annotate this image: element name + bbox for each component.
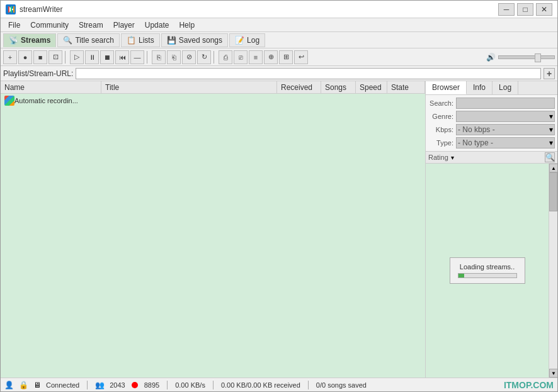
back-button[interactable]: ↩ [294,50,308,64]
pause-button[interactable]: ⏸ [85,50,99,64]
svg-rect-2 [8,6,9,13]
tab-log[interactable]: 📝 Log [229,33,265,47]
browser-search-icon[interactable]: 🔍 [545,152,555,162]
browser-panel: Browser Info Log Search: Genre: ▾ [425,81,557,378]
status-separator-2 [167,381,168,389]
app-title: streamWriter [20,5,62,14]
menu-help[interactable]: Help [174,20,200,31]
menu-player[interactable]: Player [108,20,140,31]
menu-update[interactable]: Update [140,20,174,31]
save2-button[interactable]: ⎚ [234,50,248,64]
volume-icon: 🔊 [486,53,496,62]
monitor-button[interactable]: ⊡ [48,50,62,64]
svg-rect-4 [13,6,14,13]
scroll-thumb[interactable] [549,172,557,211]
browser-tab-browser[interactable]: Browser [426,81,467,94]
streams-panel: Name Title Received Songs Speed State Au… [1,81,425,378]
tab-title-search[interactable]: 🔍 Title search [57,33,120,47]
browser-tab-log[interactable]: Log [493,81,518,94]
kbps-select[interactable]: - No kbps - ▾ [456,124,555,135]
tab-streams[interactable]: 📡 Streams [3,33,56,47]
tab-lists[interactable]: 📋 Lists [121,33,160,47]
scroll-up-button[interactable]: ▲ [549,164,557,172]
search-input[interactable] [456,98,555,109]
status-separator-3 [213,381,214,389]
record-button[interactable]: ● [18,50,32,64]
add2-button[interactable]: ⊕ [264,50,278,64]
url-label: Playlist/Stream-URL: [3,69,73,78]
status-bar: 👤 🔒 🖥 Connected 👥 2043 8895 0.00 KB/s 0.… [1,378,557,391]
separator-2 [147,51,149,64]
title-search-tab-label: Title search [75,36,114,45]
log-tab-icon: 📝 [235,36,244,45]
stream-name: Automatic recordin... [14,97,103,104]
status-user-icon: 👤 [4,381,14,389]
toolbar: + ● ■ ⊡ ▷ ⏸ ⏹ ⏮ — ⎘ ⎗ ⊘ ↻ ⎙ ⎚ ≡ ⊕ ⊞ ↩ 🔊 [1,48,557,66]
status-separator-1 [87,381,88,389]
paste-button[interactable]: ⎗ [167,50,181,64]
col-state-header: State [387,81,425,93]
browser-filters: Search: Genre: ▾ Kbps: - No kbps - ▾ Typ… [426,95,557,151]
title-bar: streamWriter ─ □ ✕ [1,1,557,18]
grid-button[interactable]: ⊞ [279,50,293,64]
url-add-button[interactable]: + [544,68,555,79]
status-received: 0.00 KB/0.00 KB received [221,381,300,389]
main-content: Name Title Received Songs Speed State Au… [1,81,557,378]
title-bar-controls: ─ □ ✕ [498,3,552,16]
volume-area: 🔊 [486,53,555,62]
menu-community[interactable]: Community [25,20,74,31]
maximize-button[interactable]: □ [517,3,533,16]
dash-button[interactable]: — [130,50,144,64]
search-row: Search: [428,98,555,109]
table-row[interactable]: Automatic recordin... [1,94,425,108]
genre-label: Genre: [428,113,453,120]
rating-dropdown-icon[interactable]: ▾ [451,154,454,161]
col-name-header: Name [1,81,101,93]
minimize-button[interactable]: ─ [498,3,515,16]
status-kb-rate: 0.00 KB/s [175,381,205,389]
status-songs-saved: 0/0 songs saved [316,381,367,389]
status-users-icon: 👥 [95,381,105,389]
streams-header: Name Title Received Songs Speed State [1,81,425,94]
browser-tab-info[interactable]: Info [467,81,493,94]
stop2-button[interactable]: ⏹ [100,50,114,64]
status-red-badge [132,382,138,388]
volume-thumb[interactable] [535,53,541,62]
block-button[interactable]: ⊘ [182,50,196,64]
kbps-dropdown-icon: ▾ [549,125,553,134]
log-tab-label: Log [247,36,259,45]
type-select-text: - No type - [458,138,493,147]
menu-file[interactable]: File [3,20,25,31]
menu-stream[interactable]: Stream [74,20,108,31]
refresh-button[interactable]: ↻ [197,50,211,64]
type-dropdown-icon: ▾ [549,138,553,147]
copy-button[interactable]: ⎘ [152,50,166,64]
kbps-select-text: - No kbps - [458,125,495,134]
add-button[interactable]: + [3,50,17,64]
col-songs-header: Songs [321,81,356,93]
title-search-tab-icon: 🔍 [63,36,72,45]
volume-slider[interactable] [498,55,555,59]
type-select[interactable]: - No type - ▾ [456,137,555,148]
stop-button[interactable]: ■ [33,50,47,64]
separator-1 [65,51,67,64]
scroll-down-button[interactable]: ▼ [549,369,557,378]
loading-bar-fill [458,274,464,277]
list-button[interactable]: ≡ [249,50,263,64]
itmop-watermark: ITMOP.COM [504,380,554,390]
play-button[interactable]: ▷ [70,50,84,64]
tab-saved-songs[interactable]: 💾 Saved songs [161,33,228,47]
status-number1: 2043 [110,381,125,389]
status-separator-4 [308,381,309,389]
close-button[interactable]: ✕ [536,3,552,16]
save-button[interactable]: ⎙ [219,50,232,64]
tab-bar: 📡 Streams 🔍 Title search 📋 Lists 💾 Saved… [1,32,557,48]
prev-button[interactable]: ⏮ [115,50,129,64]
lists-tab-icon: 📋 [127,36,136,45]
saved-songs-tab-label: Saved songs [179,36,222,45]
search-label: Search: [428,99,453,107]
kbps-row: Kbps: - No kbps - ▾ [428,124,555,135]
streams-tab-label: Streams [21,36,50,45]
genre-select[interactable]: ▾ [456,111,555,122]
url-input[interactable] [76,68,541,79]
